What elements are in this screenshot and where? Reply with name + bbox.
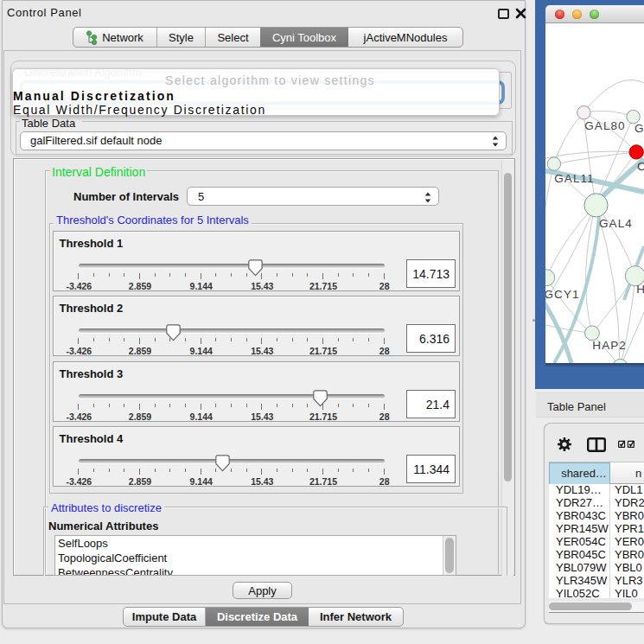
svg-text:GAL11: GAL11 [554,172,595,185]
svg-text:G: G [634,122,644,135]
svg-text:GAL4: GAL4 [599,217,633,230]
svg-text:HAP2: HAP2 [592,339,627,352]
svg-text:GCY1: GCY1 [545,288,580,301]
svg-text:C: C [637,160,644,173]
svg-text:GAL80: GAL80 [584,119,626,132]
svg-text:H: H [636,283,644,296]
